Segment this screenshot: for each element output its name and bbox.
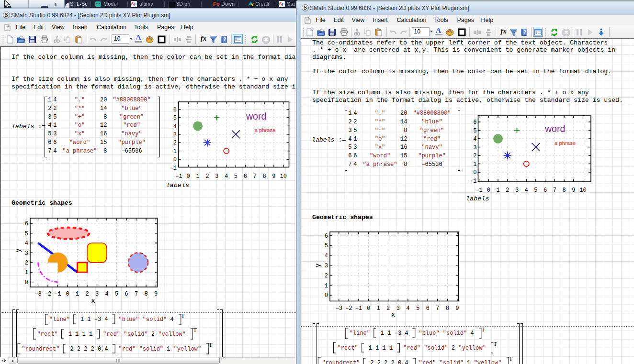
svg-text:1: 1 — [376, 305, 380, 312]
svg-text:4: 4 — [25, 240, 28, 247]
svg-text:−2: −2 — [345, 305, 352, 312]
svg-text:3: 3 — [473, 144, 476, 151]
svg-text:5: 5 — [534, 187, 537, 194]
svg-text:1: 1 — [196, 173, 199, 180]
svg-text:2: 2 — [25, 260, 28, 266]
svg-text:7: 7 — [135, 291, 138, 298]
svg-text:9: 9 — [572, 187, 575, 194]
svg-text:1: 1 — [25, 269, 28, 276]
svg-text:9: 9 — [272, 173, 275, 180]
svg-text:−3: −3 — [335, 305, 342, 312]
svg-text:0: 0 — [487, 187, 490, 194]
svg-text:2: 2 — [506, 187, 509, 194]
svg-text:−1: −1 — [54, 291, 61, 298]
svg-text:−1: −1 — [170, 165, 177, 172]
svg-text:word: word — [246, 111, 266, 121]
svg-text:4: 4 — [525, 187, 528, 194]
svg-text:5: 5 — [473, 128, 476, 134]
svg-text:5: 5 — [173, 115, 177, 121]
svg-text:labels: labels — [466, 195, 489, 202]
svg-text:9: 9 — [154, 291, 158, 298]
svg-text:3: 3 — [396, 305, 400, 312]
svg-text:2: 2 — [173, 140, 177, 146]
svg-text:a phrase: a phrase — [255, 127, 276, 133]
svg-text:−1: −1 — [175, 173, 182, 180]
svg-text:3: 3 — [25, 250, 28, 257]
svg-text:10: 10 — [579, 187, 586, 194]
svg-text:6: 6 — [426, 305, 429, 312]
svg-text:0: 0 — [325, 292, 328, 299]
svg-text:y: y — [316, 264, 321, 267]
svg-text:−1: −1 — [476, 187, 482, 194]
svg-text:6: 6 — [244, 173, 247, 180]
svg-text:4: 4 — [325, 253, 328, 259]
svg-text:3: 3 — [173, 132, 177, 138]
svg-text:8: 8 — [562, 187, 566, 194]
svg-text:4: 4 — [105, 291, 108, 298]
svg-text:7: 7 — [553, 187, 556, 194]
svg-text:2: 2 — [473, 153, 476, 159]
svg-text:5: 5 — [115, 291, 118, 298]
svg-text:−2: −2 — [45, 291, 51, 298]
svg-text:?: ? — [223, 37, 226, 42]
svg-text:3: 3 — [95, 291, 99, 298]
svg-text:1: 1 — [173, 148, 177, 155]
svg-text:3: 3 — [325, 263, 328, 269]
svg-text:1: 1 — [76, 291, 79, 298]
svg-text:0: 0 — [187, 173, 190, 180]
svg-text:7: 7 — [253, 173, 257, 180]
svg-text:6: 6 — [25, 221, 28, 227]
svg-text:8: 8 — [262, 173, 266, 180]
svg-text:x: x — [91, 296, 95, 304]
svg-text:6: 6 — [543, 187, 547, 194]
svg-text:5: 5 — [25, 231, 28, 237]
svg-text:1: 1 — [473, 161, 476, 168]
svg-text:5: 5 — [234, 173, 238, 180]
svg-text:6: 6 — [125, 291, 128, 298]
svg-text:3: 3 — [215, 173, 218, 180]
svg-text:6: 6 — [325, 233, 328, 240]
svg-text:0: 0 — [173, 156, 177, 163]
svg-text:2: 2 — [386, 305, 390, 312]
svg-text:6: 6 — [473, 119, 476, 126]
svg-text:labels: labels — [166, 182, 190, 189]
svg-text:1: 1 — [496, 187, 499, 194]
svg-text:4: 4 — [406, 305, 409, 312]
svg-text:4: 4 — [173, 123, 177, 130]
svg-text:3: 3 — [515, 187, 519, 194]
svg-text:1: 1 — [325, 283, 328, 289]
svg-text:?: ? — [523, 30, 526, 35]
svg-text:0: 0 — [367, 305, 370, 312]
svg-text:word: word — [544, 123, 565, 134]
svg-text:6: 6 — [173, 107, 177, 113]
svg-text:4: 4 — [473, 136, 476, 143]
svg-text:0: 0 — [25, 279, 28, 286]
svg-text:−1: −1 — [355, 305, 362, 312]
svg-text:9: 9 — [455, 305, 459, 312]
svg-text:2: 2 — [325, 273, 328, 279]
svg-text:5: 5 — [325, 243, 328, 249]
svg-text:8: 8 — [144, 291, 147, 298]
svg-text:y: y — [14, 248, 22, 252]
svg-text:0: 0 — [473, 169, 476, 176]
svg-text:0: 0 — [66, 291, 69, 298]
svg-text:−1: −1 — [470, 178, 476, 185]
svg-text:2: 2 — [205, 173, 209, 180]
svg-text:10: 10 — [280, 173, 286, 180]
svg-text:8: 8 — [446, 305, 449, 312]
svg-text:7: 7 — [436, 305, 439, 312]
svg-text:a phrase: a phrase — [555, 140, 576, 146]
svg-text:−3: −3 — [34, 291, 41, 298]
svg-text:5: 5 — [416, 305, 419, 312]
svg-text:x: x — [391, 310, 395, 318]
svg-text:4: 4 — [225, 173, 228, 180]
svg-text:2: 2 — [85, 291, 89, 298]
